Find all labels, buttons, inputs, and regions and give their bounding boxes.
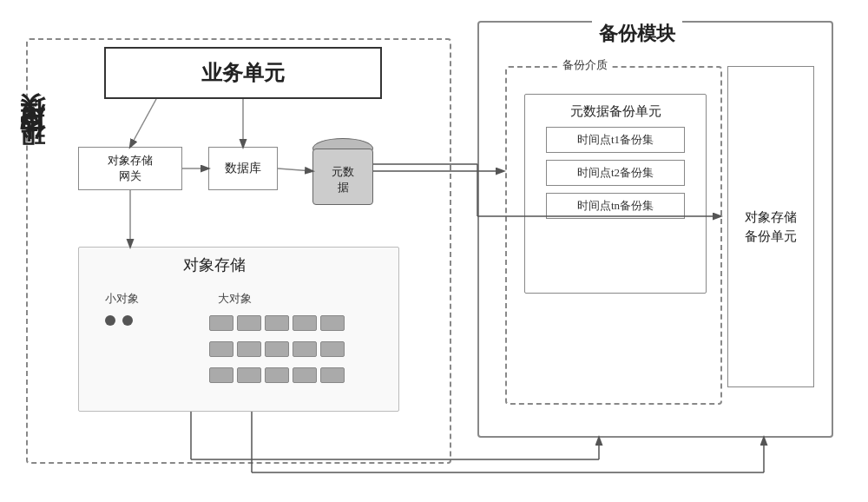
big-obj-cell <box>209 315 233 331</box>
obj-storage-backup-label: 对象存储备份单元 <box>745 208 797 247</box>
time-point-n-label: 时间点tn备份集 <box>577 198 654 214</box>
cylinder-label: 元数据 <box>312 164 373 195</box>
obj-storage-gw-box: 对象存储网关 <box>78 147 182 190</box>
big-obj-row-3 <box>209 367 345 383</box>
big-obj-cell <box>237 367 261 383</box>
time-point-1-label: 时间点t1备份集 <box>577 132 654 148</box>
modern-app-module-label: 现代应用模块 <box>16 134 49 165</box>
big-obj-cell <box>209 341 233 357</box>
diagram-container: 现代应用模块 业务单元 对象存储网关 数据库 元数据 对象存储 小对象 大对象 <box>17 12 851 490</box>
big-obj-cell <box>265 341 289 357</box>
big-obj-cell <box>237 315 261 331</box>
big-obj-row-2 <box>209 341 345 357</box>
small-dot-1 <box>105 315 115 326</box>
big-obj-cell <box>293 341 317 357</box>
time-point-2-label: 时间点t2备份集 <box>577 165 654 181</box>
big-obj-cell <box>209 367 233 383</box>
business-unit-label: 业务单元 <box>201 59 285 87</box>
small-dots <box>105 315 133 326</box>
time-point-2-box: 时间点t2备份集 <box>546 160 685 186</box>
small-objects-label: 小对象 <box>105 291 139 307</box>
metadata-backup-unit: 元数据备份单元 时间点t1备份集 时间点t2备份集 时间点tn备份集 <box>524 94 707 294</box>
big-obj-cell <box>320 341 345 357</box>
metadata-cylinder: 元数据 <box>312 138 373 208</box>
big-obj-cell <box>237 341 261 357</box>
big-obj-cell <box>320 315 345 331</box>
small-dot-2 <box>122 315 133 326</box>
business-unit-box: 业务单元 <box>104 47 382 99</box>
backup-module: 备份模块 备份介质 元数据备份单元 时间点t1备份集 时间点t2备份集 时间点t… <box>477 21 833 438</box>
time-point-n-box: 时间点tn备份集 <box>546 193 685 219</box>
obj-storage-title: 对象存储 <box>183 254 246 275</box>
backup-module-title: 备份模块 <box>592 21 682 47</box>
obj-storage-gw-label: 对象存储网关 <box>108 153 153 184</box>
backup-medium-title: 备份介质 <box>559 57 611 73</box>
big-obj-cell <box>320 367 345 383</box>
metadata-backup-unit-title: 元数据备份单元 <box>525 103 706 120</box>
big-obj-cell <box>265 367 289 383</box>
big-obj-cell <box>265 315 289 331</box>
database-label: 数据库 <box>225 161 261 176</box>
obj-storage-backup-unit: 对象存储备份单元 <box>727 66 814 387</box>
database-box: 数据库 <box>208 147 278 190</box>
big-obj-row-1 <box>209 315 345 331</box>
backup-medium: 备份介质 元数据备份单元 时间点t1备份集 时间点t2备份集 时间点tn备份集 <box>505 66 722 405</box>
big-obj-cell <box>293 315 317 331</box>
big-obj-cell <box>293 367 317 383</box>
big-objects-label: 大对象 <box>218 291 252 307</box>
obj-storage-section: 对象存储 小对象 大对象 <box>78 247 399 412</box>
time-point-1-box: 时间点t1备份集 <box>546 127 685 153</box>
